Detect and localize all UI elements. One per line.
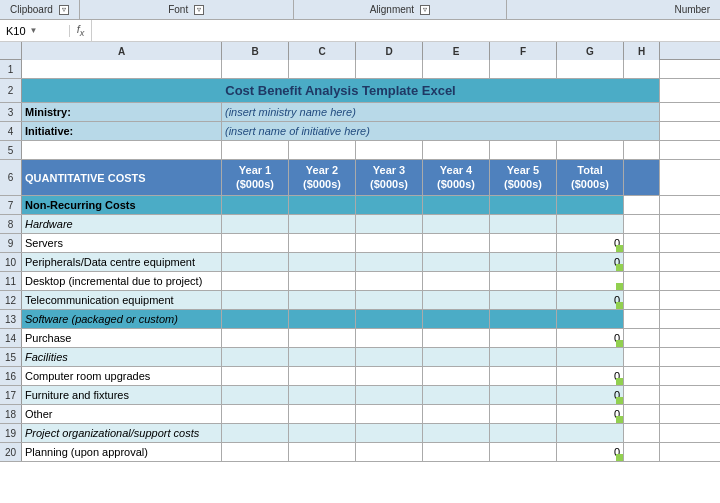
cell-8-g[interactable] [557,215,624,233]
cell-14-h[interactable] [624,329,660,347]
cell-8-b[interactable] [222,215,289,233]
cell-10-h[interactable] [624,253,660,271]
cell-12-a[interactable]: Telecommunication equipment [22,291,222,309]
cell-17-h[interactable] [624,386,660,404]
cell-9-e[interactable] [423,234,490,252]
cell-12-f[interactable] [490,291,557,309]
cell-3-bcdefgh[interactable]: (insert ministry name here) [222,103,660,121]
cell-18-c[interactable] [289,405,356,423]
col-header-b[interactable]: B [222,42,289,60]
cell-6-e[interactable]: Year 4 ($000s) [423,160,490,195]
cell-16-c[interactable] [289,367,356,385]
cell-5-h[interactable] [624,141,660,159]
cell-8-d[interactable] [356,215,423,233]
clipboard-expand[interactable]: ▿ [59,5,69,15]
cell-1-e[interactable] [423,60,490,78]
cell-8-f[interactable] [490,215,557,233]
cell-4-bcdefgh[interactable]: (insert name of initiative here) [222,122,660,140]
cell-14-g[interactable]: 0 [557,329,624,347]
cell-10-g[interactable]: 0 [557,253,624,271]
cell-13-c[interactable] [289,310,356,328]
cell-5-e[interactable] [423,141,490,159]
cell-15-b[interactable] [222,348,289,366]
cell-14-e[interactable] [423,329,490,347]
cell-15-f[interactable] [490,348,557,366]
cell-15-h[interactable] [624,348,660,366]
cell-13-d[interactable] [356,310,423,328]
cell-15-g[interactable] [557,348,624,366]
col-header-h[interactable]: H [624,42,660,60]
cell-11-g[interactable] [557,272,624,290]
cell-14-d[interactable] [356,329,423,347]
cell-11-c[interactable] [289,272,356,290]
col-header-g[interactable]: G [557,42,624,60]
cell-15-d[interactable] [356,348,423,366]
cell-3-a[interactable]: Ministry: [22,103,222,121]
cell-1-b[interactable] [222,60,289,78]
cell-6-h[interactable] [624,160,660,195]
cell-9-b[interactable] [222,234,289,252]
cell-19-e[interactable] [423,424,490,442]
cell-5-c[interactable] [289,141,356,159]
cell-7-h[interactable] [624,196,660,214]
col-header-e[interactable]: E [423,42,490,60]
cell-17-c[interactable] [289,386,356,404]
cell-18-a[interactable]: Other [22,405,222,423]
cell-16-a[interactable]: Computer room upgrades [22,367,222,385]
cell-9-c[interactable] [289,234,356,252]
cell-11-f[interactable] [490,272,557,290]
cell-15-c[interactable] [289,348,356,366]
cell-7-a[interactable]: Non-Recurring Costs [22,196,222,214]
cell-6-a[interactable]: QUANTITATIVE COSTS [22,160,222,195]
cell-12-g[interactable]: 0 [557,291,624,309]
cell-12-e[interactable] [423,291,490,309]
cell-ref-dropdown[interactable]: ▼ [30,26,38,35]
cell-9-h[interactable] [624,234,660,252]
cell-7-b[interactable] [222,196,289,214]
cell-5-d[interactable] [356,141,423,159]
cell-16-h[interactable] [624,367,660,385]
cell-9-g[interactable]: 0 [557,234,624,252]
cell-1-h[interactable] [624,60,660,78]
cell-16-f[interactable] [490,367,557,385]
cell-4-a[interactable]: Initiative: [22,122,222,140]
cell-7-f[interactable] [490,196,557,214]
cell-17-f[interactable] [490,386,557,404]
cell-12-d[interactable] [356,291,423,309]
col-header-f[interactable]: F [490,42,557,60]
cell-8-h[interactable] [624,215,660,233]
cell-19-f[interactable] [490,424,557,442]
cell-18-d[interactable] [356,405,423,423]
cell-19-h[interactable] [624,424,660,442]
cell-13-b[interactable] [222,310,289,328]
cell-13-a[interactable]: Software (packaged or custom) [22,310,222,328]
col-header-c[interactable]: C [289,42,356,60]
cell-1-c[interactable] [289,60,356,78]
cell-11-a[interactable]: Desktop (incremental due to project) [22,272,222,290]
cell-19-b[interactable] [222,424,289,442]
cell-7-e[interactable] [423,196,490,214]
cell-6-c[interactable]: Year 2 ($000s) [289,160,356,195]
cell-16-g[interactable]: 0 [557,367,624,385]
cell-7-g[interactable] [557,196,624,214]
alignment-expand[interactable]: ▿ [420,5,430,15]
cell-13-g[interactable] [557,310,624,328]
cell-11-d[interactable] [356,272,423,290]
cell-13-h[interactable] [624,310,660,328]
cell-9-f[interactable] [490,234,557,252]
cell-8-c[interactable] [289,215,356,233]
cell-6-g[interactable]: Total ($000s) [557,160,624,195]
cell-9-a[interactable]: Servers [22,234,222,252]
cell-6-d[interactable]: Year 3 ($000s) [356,160,423,195]
cell-19-d[interactable] [356,424,423,442]
cell-10-d[interactable] [356,253,423,271]
cell-1-g[interactable] [557,60,624,78]
cell-18-g[interactable]: 0 [557,405,624,423]
cell-10-a[interactable]: Peripherals/Data centre equipment [22,253,222,271]
cell-6-b[interactable]: Year 1 ($000s) [222,160,289,195]
cell-8-e[interactable] [423,215,490,233]
cell-18-h[interactable] [624,405,660,423]
cell-10-e[interactable] [423,253,490,271]
cell-19-a[interactable]: Project organizational/support costs [22,424,222,442]
col-header-a[interactable]: A [22,42,222,60]
